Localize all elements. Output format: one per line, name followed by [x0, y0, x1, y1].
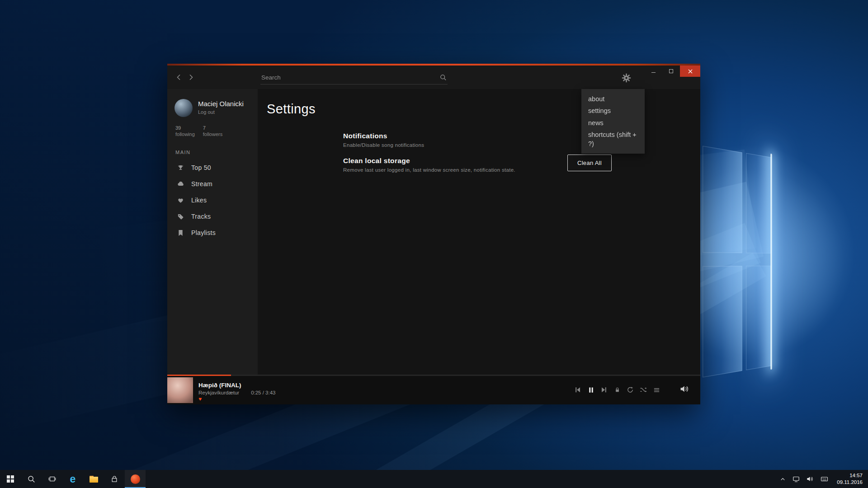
sidebar-item-label: Playlists	[191, 229, 216, 236]
search-icon[interactable]	[440, 74, 447, 83]
sidebar: Maciej Olanicki Log out 39 following 7 f…	[167, 89, 258, 375]
followers-count: 7	[203, 125, 222, 131]
like-heart-icon[interactable]: ♥	[198, 396, 275, 402]
forward-button[interactable]	[185, 72, 196, 83]
followers-label: followers	[203, 131, 222, 137]
gear-icon	[622, 73, 631, 83]
chevron-up-icon	[780, 476, 786, 482]
system-tray: 14:57 09.11.2016	[779, 470, 868, 488]
repeat-button[interactable]	[626, 386, 634, 394]
following-count: 39	[175, 125, 195, 131]
maximize-button[interactable]	[662, 66, 680, 77]
menu-item-shortcuts[interactable]: shortcuts (shift + ?)	[581, 129, 645, 150]
next-button[interactable]	[600, 386, 608, 394]
pause-icon	[588, 386, 594, 393]
chevron-left-icon	[175, 74, 183, 81]
sidebar-item-likes[interactable]: Likes	[167, 192, 258, 208]
volume-button[interactable]	[680, 385, 689, 395]
search-icon	[28, 475, 35, 483]
lock-icon	[614, 387, 620, 393]
keyboard-icon	[821, 476, 828, 482]
close-button[interactable]	[680, 66, 700, 77]
track-title: Hæpið (FINAL)	[198, 382, 275, 389]
menu-item-about[interactable]: about	[581, 93, 645, 105]
logo-pane	[746, 153, 771, 253]
music-app-taskbar-button[interactable]	[125, 470, 146, 488]
titlebar	[167, 66, 700, 89]
store-button[interactable]	[104, 470, 125, 488]
album-art[interactable]	[167, 377, 193, 403]
queue-list-icon	[653, 386, 660, 393]
sidebar-item-tracks[interactable]: Tracks	[167, 208, 258, 225]
clock-date: 09.11.2016	[837, 479, 863, 486]
start-button[interactable]	[0, 470, 21, 488]
app-window: about settings news shortcuts (shift + ?…	[167, 64, 700, 404]
queue-button[interactable]	[652, 386, 660, 394]
profile-text: Maciej Olanicki Log out	[198, 99, 244, 117]
maximize-icon	[669, 69, 673, 73]
settings-gear-button[interactable]	[620, 72, 632, 84]
store-bag-icon	[111, 476, 118, 483]
player-controls	[574, 386, 660, 394]
logout-link[interactable]: Log out	[198, 109, 244, 115]
taskbar-clock[interactable]: 14:57 09.11.2016	[837, 472, 863, 486]
avatar[interactable]	[175, 99, 193, 117]
repeat-icon	[627, 386, 634, 394]
music-app-icon	[131, 474, 140, 484]
previous-button[interactable]	[574, 386, 582, 394]
track-time: 0:25 / 3:43	[251, 390, 275, 395]
clean-all-button[interactable]: Clean All	[567, 155, 612, 171]
section-heading: Notifications	[343, 132, 612, 140]
lock-button[interactable]	[613, 386, 621, 394]
tray-volume-button[interactable]	[806, 475, 815, 483]
trophy-icon	[177, 164, 184, 171]
section-description: Enable/Disable song notifications	[343, 142, 612, 148]
following-stat[interactable]: 39 following	[175, 125, 195, 137]
chevron-right-icon	[187, 74, 194, 81]
tray-keyboard-button[interactable]	[820, 475, 829, 483]
minimize-button[interactable]	[645, 66, 662, 77]
search-box	[260, 71, 448, 84]
track-meta-row: Reykjavíkurdætur 0:25 / 3:43	[198, 390, 275, 395]
edge-button[interactable]: e	[62, 470, 83, 488]
logo-pane	[703, 266, 742, 378]
shuffle-button[interactable]	[639, 386, 647, 394]
menu-item-news[interactable]: news	[581, 117, 645, 129]
track-info: Hæpið (FINAL) Reykjavíkurdætur 0:25 / 3:…	[198, 382, 275, 402]
menu-item-settings[interactable]: settings	[581, 105, 645, 117]
settings-dropdown-menu: about settings news shortcuts (shift + ?…	[581, 89, 645, 154]
followers-stat[interactable]: 7 followers	[203, 125, 222, 137]
heart-icon	[177, 197, 184, 204]
tray-network-button[interactable]	[792, 475, 801, 483]
clock-time: 14:57	[837, 472, 863, 479]
pause-button[interactable]	[587, 386, 595, 394]
sidebar-item-stream[interactable]: Stream	[167, 176, 258, 192]
back-button[interactable]	[174, 72, 184, 83]
tray-chevron-button[interactable]	[779, 475, 787, 483]
windows-logo-icon	[7, 475, 14, 483]
sidebar-item-playlists[interactable]: Playlists	[167, 225, 258, 241]
bookmark-icon	[177, 230, 184, 236]
minimize-icon	[651, 72, 656, 73]
player-progress-track[interactable]	[167, 375, 700, 376]
sidebar-item-label: Tracks	[191, 213, 211, 220]
skip-next-icon	[600, 386, 608, 394]
profile-block: Maciej Olanicki Log out	[167, 89, 258, 119]
task-view-button[interactable]	[42, 470, 62, 488]
sidebar-item-top50[interactable]: Top 50	[167, 160, 258, 176]
file-explorer-button[interactable]	[83, 470, 104, 488]
search-input[interactable]	[260, 71, 448, 84]
taskbar: e 14:57 09.11.2016	[0, 470, 868, 488]
user-name: Maciej Olanicki	[198, 100, 244, 108]
network-icon	[793, 476, 800, 483]
logo-bright-edge	[770, 154, 772, 370]
sidebar-section-label: MAIN	[175, 150, 250, 155]
logo-pane	[746, 266, 771, 370]
window-controls	[645, 66, 700, 77]
sidebar-item-label: Likes	[191, 197, 207, 204]
shuffle-icon	[640, 386, 647, 394]
skip-previous-icon	[574, 386, 581, 394]
wallpaper-windows-logo	[703, 146, 771, 378]
track-artist: Reykjavíkurdætur	[198, 390, 239, 395]
taskbar-search-button[interactable]	[21, 470, 42, 488]
